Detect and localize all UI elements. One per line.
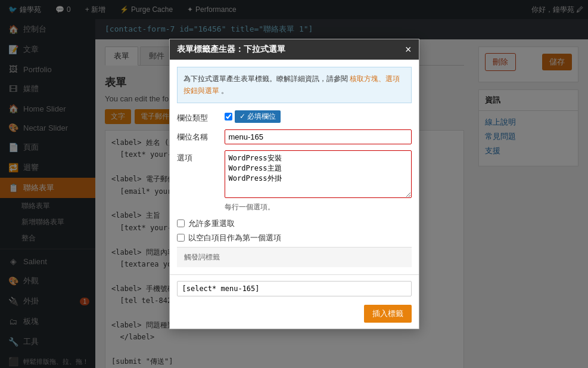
- field-type-label: 欄位類型: [177, 110, 225, 123]
- multiple-label[interactable]: 允許多重選取: [188, 218, 235, 229]
- required-label[interactable]: ✓ 必填欄位: [235, 110, 281, 123]
- required-checkbox-wrap: ✓ 必填欄位: [225, 110, 412, 123]
- options-helper: 每行一個選項。: [225, 202, 412, 212]
- modal-dialog: 表單標籤產生器：下拉式選單 × 為下拉式選單產生表單標籤。瞭解詳細資訊，請參閱 …: [169, 39, 419, 329]
- field-type-row: 欄位類型 ✓ 必填欄位: [177, 110, 412, 123]
- modal-info-text: 為下拉式選單產生表單標籤。瞭解詳細資訊，請參閱: [183, 75, 348, 83]
- insert-tag-button[interactable]: 插入標籤: [364, 305, 412, 323]
- modal-overlay: 表單標籤產生器：下拉式選單 × 為下拉式選單產生表單標籤。瞭解詳細資訊，請參閱 …: [0, 0, 588, 368]
- scroll-hint-label: 觸發詞標籤: [184, 253, 220, 261]
- blank-label[interactable]: 以空白項目作為第一個選項: [188, 233, 281, 243]
- multiple-checkbox[interactable]: [177, 219, 185, 227]
- modal-info-suffix: 。: [221, 86, 228, 95]
- options-label: 選項: [177, 150, 225, 163]
- required-checkbox[interactable]: [225, 113, 232, 120]
- options-control: WordPress安裝 WordPress主題 WordPress外掛 每行一個…: [225, 150, 412, 212]
- modal-body: 為下拉式選單產生表單標籤。瞭解詳細資訊，請參閱 核取方塊、選項按鈕與選單 。 欄…: [170, 60, 419, 274]
- blank-checkbox-row: 以空白項目作為第一個選項: [177, 233, 412, 243]
- scroll-hint: 觸發詞標籤: [177, 247, 412, 267]
- modal-title: 表單標籤產生器：下拉式選單: [177, 44, 285, 55]
- modal-info-box: 為下拉式選單產生表單標籤。瞭解詳細資訊，請參閱 核取方塊、選項按鈕與選單 。: [177, 67, 412, 103]
- modal-close-button[interactable]: ×: [405, 44, 412, 55]
- shortcode-preview-input[interactable]: [177, 281, 412, 296]
- modal-header: 表單標籤產生器：下拉式選單 ×: [170, 39, 419, 60]
- options-row: 選項 WordPress安裝 WordPress主題 WordPress外掛 每…: [177, 150, 412, 212]
- options-textarea[interactable]: WordPress安裝 WordPress主題 WordPress外掛: [225, 150, 412, 198]
- field-name-control: [225, 129, 412, 144]
- field-name-label: 欄位名稱: [177, 129, 225, 143]
- field-name-input[interactable]: [225, 129, 412, 144]
- modal-footer: 插入標籤: [170, 274, 419, 329]
- multiple-checkbox-row: 允許多重選取: [177, 218, 412, 229]
- field-name-row: 欄位名稱: [177, 129, 412, 144]
- blank-checkbox[interactable]: [177, 234, 185, 242]
- field-type-control: ✓ 必填欄位: [225, 110, 412, 123]
